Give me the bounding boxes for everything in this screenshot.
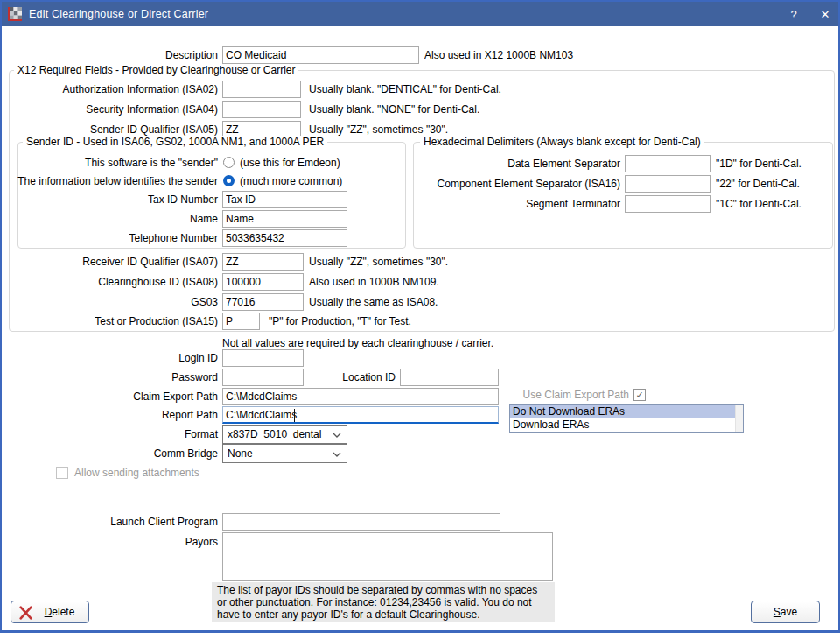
data-element-separator-label: Data Element Separator xyxy=(422,155,620,172)
isa07-label: Receiver ID Qualifier (ISA07) xyxy=(2,253,218,271)
gs03-input[interactable] xyxy=(222,293,304,311)
data-element-separator-note: "1D" for Denti-Cal. xyxy=(716,155,802,172)
isa04-note: Usually blank. "NONE" for Denti-Cal. xyxy=(309,101,480,118)
name-label: Name xyxy=(2,210,218,228)
launch-client-program-input[interactable] xyxy=(222,513,500,531)
chevron-down-icon xyxy=(332,452,341,457)
isa15-input[interactable] xyxy=(222,313,260,330)
delete-button-label: Delete xyxy=(45,606,75,618)
use-claim-export-path-label: Use Claim Export Path xyxy=(492,386,629,404)
password-label: Password xyxy=(2,369,218,386)
claim-export-path-label: Claim Export Path xyxy=(2,388,218,405)
location-id-input[interactable] xyxy=(400,369,499,386)
save-button[interactable]: Save xyxy=(751,601,820,623)
component-element-separator-label: Component Element Separator (ISA16) xyxy=(422,175,620,193)
gs03-note: Usually the same as ISA08. xyxy=(309,293,438,311)
isa08-input[interactable] xyxy=(222,273,304,291)
isa04-label: Security Information (ISA04) xyxy=(2,101,218,118)
hex-delimiters-group-title: Hexadecimal Delimiters (Always blank exc… xyxy=(420,136,704,148)
isa08-label: Clearinghouse ID (ISA08) xyxy=(2,273,218,291)
software-sender-radio-note: (use this for Emdeon) xyxy=(240,154,340,172)
password-input[interactable] xyxy=(222,369,304,386)
component-element-separator-note: "22" for Denti-Cal. xyxy=(716,175,800,193)
info-identifies-sender-radio[interactable] xyxy=(223,175,234,186)
format-value: x837D_5010_dental xyxy=(228,428,321,440)
launch-client-program-label: Launch Client Program xyxy=(2,513,218,531)
telephone-label: Telephone Number xyxy=(2,229,218,247)
segment-terminator-input[interactable] xyxy=(625,195,710,213)
era-listbox: Do Not Download ERAs Download ERAs xyxy=(509,404,744,433)
allow-attachments-label: Allow sending attachments xyxy=(74,464,200,482)
data-element-separator-input[interactable] xyxy=(625,155,710,172)
location-id-label: Location ID xyxy=(299,369,396,386)
app-icon xyxy=(8,7,22,21)
tax-id-label: Tax ID Number xyxy=(2,191,218,208)
delete-button[interactable]: Delete xyxy=(10,601,89,623)
help-button[interactable]: ? xyxy=(779,2,808,26)
isa07-input[interactable] xyxy=(222,253,304,271)
save-button-label: Save xyxy=(774,606,797,618)
component-element-separator-input[interactable] xyxy=(625,175,710,193)
edit-clearinghouse-dialog: Edit Clearinghouse or Direct Carrier ? ✕… xyxy=(0,0,840,633)
comm-bridge-label: Comm Bridge xyxy=(2,445,218,462)
isa15-label: Test or Production (ISA15) xyxy=(2,313,218,330)
delete-x-icon xyxy=(18,605,34,621)
window-title: Edit Clearinghouse or Direct Carrier xyxy=(29,8,208,20)
isa02-note: Usually blank. "DENTICAL" for Denti-Cal. xyxy=(309,81,501,98)
x12-group-title: X12 Required Fields - Provided by Cleari… xyxy=(14,64,298,76)
use-claim-export-path-checkbox[interactable]: ✓ xyxy=(634,389,646,401)
software-sender-radio-label: This software is the "sender" xyxy=(2,154,218,172)
report-path-label: Report Path xyxy=(2,406,218,424)
report-path-input[interactable] xyxy=(222,406,499,424)
login-id-label: Login ID xyxy=(2,349,218,367)
isa02-label: Authorization Information (ISA02) xyxy=(2,81,218,98)
era-option-download[interactable]: Download ERAs xyxy=(510,418,743,432)
title-bar[interactable]: Edit Clearinghouse or Direct Carrier ? ✕ xyxy=(2,2,838,26)
isa02-input[interactable] xyxy=(222,81,301,98)
era-list-scrollbar[interactable] xyxy=(735,405,743,432)
description-note: Also used in X12 1000B NM103 xyxy=(424,46,573,64)
info-identifies-sender-radio-note: (much more common) xyxy=(240,172,342,190)
isa07-note: Usually "ZZ", sometimes "30". xyxy=(309,253,448,271)
chevron-down-icon xyxy=(332,433,341,438)
text-cursor xyxy=(294,409,295,422)
telephone-input[interactable] xyxy=(222,229,347,247)
claim-export-path-input[interactable] xyxy=(222,388,499,405)
era-option-do-not-download[interactable]: Do Not Download ERAs xyxy=(510,405,743,418)
payors-textarea[interactable] xyxy=(222,532,553,581)
login-id-input[interactable] xyxy=(222,349,304,367)
comm-bridge-select[interactable]: None xyxy=(222,444,347,463)
payors-label: Payors xyxy=(2,533,218,551)
close-button[interactable]: ✕ xyxy=(810,2,840,26)
isa15-note: "P" for Production, "T" for Test. xyxy=(269,313,411,330)
isa08-note: Also used in 1000B NM109. xyxy=(309,273,439,291)
isa04-input[interactable] xyxy=(222,101,301,118)
comm-bridge-value: None xyxy=(228,447,253,460)
gs03-label: GS03 xyxy=(2,293,218,311)
format-select[interactable]: x837D_5010_dental xyxy=(222,425,347,444)
tax-id-input[interactable] xyxy=(222,191,347,208)
segment-terminator-note: "1C" for Denti-Cal. xyxy=(716,195,802,213)
allow-attachments-checkbox[interactable] xyxy=(56,467,68,479)
payor-ids-note: The list of payor IDs should be separate… xyxy=(212,582,555,622)
format-label: Format xyxy=(2,426,218,443)
segment-terminator-label: Segment Terminator xyxy=(422,195,620,213)
name-input[interactable] xyxy=(222,210,347,228)
info-identifies-sender-radio-label: The information below identifies the sen… xyxy=(2,172,218,190)
sender-id-group-title: Sender ID - Used in ISA06, GS02, 1000A N… xyxy=(23,136,327,148)
description-input[interactable] xyxy=(222,46,419,64)
description-label: Description xyxy=(2,46,218,64)
software-sender-radio[interactable] xyxy=(223,157,234,168)
